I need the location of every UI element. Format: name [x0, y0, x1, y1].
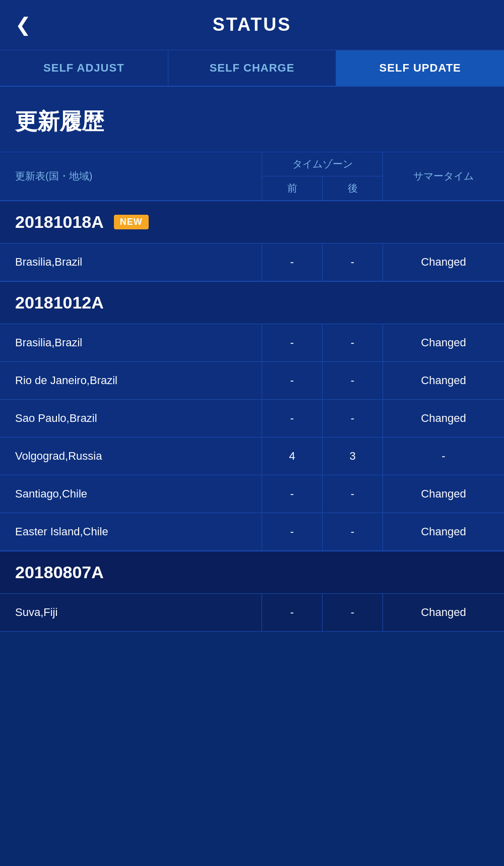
cell-tz-before: -: [262, 594, 323, 631]
cell-tz-before: -: [262, 324, 323, 361]
cell-tz-before: -: [262, 400, 323, 437]
cell-region: Suva,Fiji: [0, 594, 262, 631]
section-title: 更新履歴: [0, 87, 504, 152]
version-row-20181012A: 20181012A: [0, 281, 504, 324]
th-region: 更新表(国・地域): [0, 152, 262, 200]
version-row-20180807A: 20180807A: [0, 551, 504, 594]
cell-tz-before: -: [262, 475, 323, 513]
version-row-20181018A: 20181018A NEW: [0, 201, 504, 243]
cell-region: Santiago,Chile: [0, 475, 262, 513]
table-row: Sao Paulo,Brazil - - Changed: [0, 400, 504, 438]
cell-tz-after: -: [323, 513, 383, 550]
cell-tz-before: -: [262, 362, 323, 399]
table-row: Brasilia,Brazil - - Changed: [0, 324, 504, 362]
tab-self-charge[interactable]: SELF CHARGE: [168, 50, 337, 86]
tab-self-adjust[interactable]: SELF ADJUST: [0, 50, 168, 86]
th-summer: サマータイム: [383, 152, 504, 200]
cell-tz-before: -: [262, 513, 323, 550]
th-after: 後: [323, 176, 383, 200]
version-label: 20180807A: [15, 563, 104, 582]
cell-tz-before: 4: [262, 438, 323, 475]
cell-tz-after: -: [323, 594, 383, 631]
cell-region: Brasilia,Brazil: [0, 324, 262, 361]
table-row: Rio de Janeiro,Brazil - - Changed: [0, 362, 504, 400]
back-button[interactable]: ❮: [15, 15, 31, 34]
cell-region: Volgograd,Russia: [0, 438, 262, 475]
header: ❮ STATUS: [0, 0, 504, 50]
cell-tz-after: 3: [323, 438, 383, 475]
cell-region: Sao Paulo,Brazil: [0, 400, 262, 437]
cell-tz-after: -: [323, 475, 383, 513]
tab-bar: SELF ADJUST SELF CHARGE SELF UPDATE: [0, 50, 504, 87]
table-row: Suva,Fiji - - Changed: [0, 594, 504, 632]
cell-region: Rio de Janeiro,Brazil: [0, 362, 262, 399]
cell-summer: Changed: [383, 475, 504, 513]
th-timezone: タイムゾーン 前 後: [262, 152, 383, 200]
table-row: Brasilia,Brazil - - Changed: [0, 243, 504, 281]
cell-region: Easter Island,Chile: [0, 513, 262, 550]
table-row: Santiago,Chile - - Changed: [0, 475, 504, 513]
cell-tz-after: -: [323, 243, 383, 281]
tab-self-update[interactable]: SELF UPDATE: [336, 50, 504, 86]
cell-tz-after: -: [323, 362, 383, 399]
version-label: 20181018A: [15, 212, 104, 232]
cell-summer: Changed: [383, 594, 504, 631]
cell-tz-before: -: [262, 243, 323, 281]
version-label: 20181012A: [15, 293, 104, 313]
cell-summer: Changed: [383, 324, 504, 361]
cell-summer: Changed: [383, 400, 504, 437]
cell-summer: Changed: [383, 362, 504, 399]
page-title: STATUS: [213, 14, 292, 35]
cell-summer: -: [383, 438, 504, 475]
cell-tz-after: -: [323, 400, 383, 437]
cell-tz-after: -: [323, 324, 383, 361]
table-row: Easter Island,Chile - - Changed: [0, 513, 504, 551]
table-row: Volgograd,Russia 4 3 -: [0, 438, 504, 475]
cell-region: Brasilia,Brazil: [0, 243, 262, 281]
th-timezone-label: タイムゾーン: [262, 152, 383, 176]
th-before: 前: [262, 176, 323, 200]
cell-summer: Changed: [383, 513, 504, 550]
table-header: 更新表(国・地域) タイムゾーン 前 後 サマータイム: [0, 152, 504, 201]
new-badge: NEW: [114, 215, 149, 229]
th-timezone-sub: 前 後: [262, 176, 383, 200]
cell-summer: Changed: [383, 243, 504, 281]
